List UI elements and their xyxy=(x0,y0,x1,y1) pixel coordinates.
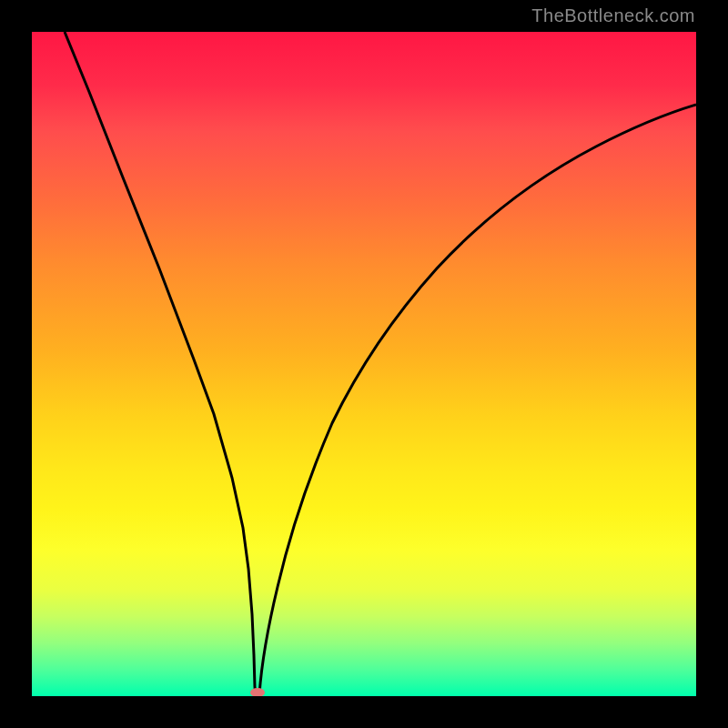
curve-left-branch xyxy=(65,32,256,694)
attribution-label: TheBottleneck.com xyxy=(531,5,695,26)
bottleneck-curve xyxy=(32,32,696,696)
chart-frame: TheBottleneck.com xyxy=(0,0,728,728)
curve-right-branch xyxy=(259,105,696,694)
minimum-marker xyxy=(250,688,265,696)
